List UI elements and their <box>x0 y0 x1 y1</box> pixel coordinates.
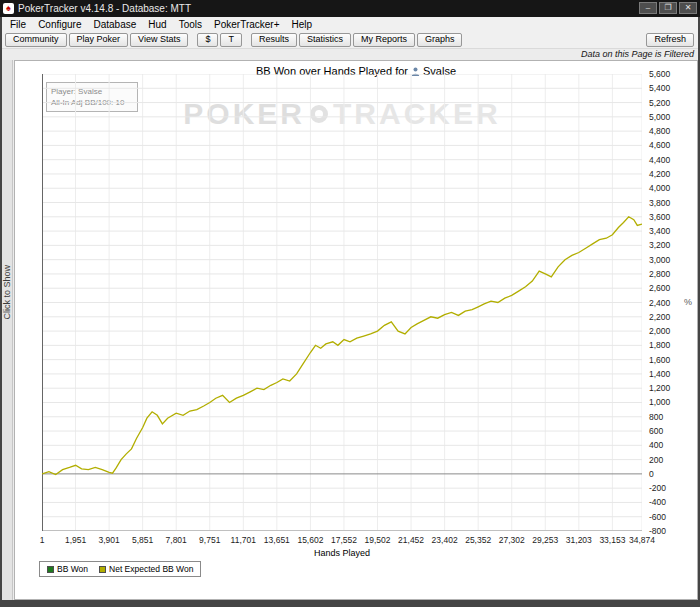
menu-item[interactable]: Tools <box>173 19 208 30</box>
y-tick-label: 4,200 <box>649 170 670 179</box>
toolbar-view-button[interactable]: Graphs <box>417 33 463 47</box>
y-tick-label: 2,000 <box>649 327 670 336</box>
y-tick-label: -600 <box>649 513 666 522</box>
y-tick-label: 5,200 <box>649 99 670 108</box>
pokertracker-window: ♠ PokerTracker v4.14.8 - Database: MTT –… <box>0 0 700 607</box>
y-tick-label: 3,400 <box>649 227 670 236</box>
chart-legend: BB Won Net Expected BB Won <box>39 561 201 577</box>
filter-notice: Data on this Page is Filtered <box>581 49 694 59</box>
legend-item-net-expected: Net Expected BB Won <box>99 564 193 574</box>
y-tick-label: 3,000 <box>649 256 670 265</box>
menu-item[interactable]: PokerTracker+ <box>208 19 285 30</box>
x-axis-labels: 11,9513,9015,8517,8019,75111,70113,65115… <box>42 535 642 545</box>
menu-item[interactable]: Help <box>286 19 319 30</box>
y-tick-label: 5,000 <box>649 113 670 122</box>
menu-item[interactable]: Database <box>87 19 142 30</box>
y-tick-label: 1,800 <box>649 341 670 350</box>
y-tick-label: 200 <box>649 456 663 465</box>
y-tick-label: 2,200 <box>649 313 670 322</box>
y-tick-label: 2,800 <box>649 270 670 279</box>
app-icon: ♠ <box>3 3 14 14</box>
toolbar-button[interactable]: Play Poker <box>69 33 129 47</box>
menu-item[interactable]: Hud <box>142 19 172 30</box>
y-tick-label: 1,200 <box>649 384 670 393</box>
legend-label-bb-won: BB Won <box>57 564 88 574</box>
toolbar-group-main: CommunityPlay PokerView Stats <box>5 33 188 47</box>
menu-item[interactable]: File <box>4 19 32 30</box>
toolbar-view-button[interactable]: My Reports <box>353 33 415 47</box>
y-tick-label: -400 <box>649 498 666 507</box>
legend-item-bb-won: BB Won <box>47 564 88 574</box>
y-tick-label: 2,400 <box>649 299 670 308</box>
y-tick-label: 1,400 <box>649 370 670 379</box>
left-panel-collapse-handle[interactable]: Click to Show <box>2 60 13 600</box>
toolbar-group-filters: $T <box>197 33 242 47</box>
toolbar-button[interactable]: Community <box>5 33 67 47</box>
toolbar-toggle-button[interactable]: T <box>220 33 242 47</box>
y-tick-label: 800 <box>649 413 663 422</box>
window-title: PokerTracker v4.14.8 - Database: MTT <box>18 3 191 14</box>
legend-label-net-expected: Net Expected BB Won <box>109 564 193 574</box>
legend-swatch-bb-won <box>47 566 54 573</box>
y-axis-unit-label: % <box>684 297 692 307</box>
refresh-button[interactable]: Refresh <box>646 33 694 47</box>
x-axis-title: Hands Played <box>42 548 642 558</box>
menu-bar: FileConfigureDatabaseHudToolsPokerTracke… <box>2 17 698 31</box>
maximize-button[interactable]: ❐ <box>659 2 677 14</box>
y-tick-label: 0 <box>649 470 654 479</box>
y-tick-label: 4,000 <box>649 184 670 193</box>
toolbar: CommunityPlay PokerView Stats $T Results… <box>2 31 698 49</box>
legend-swatch-net-expected <box>99 566 106 573</box>
toolbar-view-button[interactable]: Results <box>251 33 297 47</box>
y-tick-label: -200 <box>649 484 666 493</box>
y-tick-label: 4,800 <box>649 127 670 136</box>
y-tick-label: 600 <box>649 427 663 436</box>
line-chart <box>42 74 642 531</box>
y-tick-label: 400 <box>649 441 663 450</box>
y-tick-label: 3,800 <box>649 199 670 208</box>
filter-notice-bar: Data on this Page is Filtered <box>2 49 698 60</box>
minimize-button[interactable]: – <box>639 2 657 14</box>
y-tick-label: 1,600 <box>649 356 670 365</box>
y-tick-label: 4,600 <box>649 141 670 150</box>
menu-item[interactable]: Configure <box>32 19 87 30</box>
y-tick-label: 3,600 <box>649 213 670 222</box>
toolbar-view-button[interactable]: Statistics <box>299 33 351 47</box>
chart-panel: BB Won over Hands Played for Svalse Play… <box>14 60 698 600</box>
title-bar[interactable]: ♠ PokerTracker v4.14.8 - Database: MTT –… <box>0 0 700 17</box>
close-button[interactable]: ✕ <box>679 2 697 14</box>
y-tick-label: 2,600 <box>649 284 670 293</box>
y-tick-label: 5,600 <box>649 70 670 79</box>
y-tick-label: 1,000 <box>649 398 670 407</box>
content-area: Click to Show BB Won over Hands Played f… <box>2 60 698 600</box>
y-tick-label: 4,400 <box>649 156 670 165</box>
collapse-handle-label: Click to Show <box>2 265 12 320</box>
y-tick-label: 5,400 <box>649 84 670 93</box>
toolbar-button[interactable]: View Stats <box>130 33 188 47</box>
toolbar-group-views: ResultsStatisticsMy ReportsGraphs <box>251 33 463 47</box>
y-tick-label: 3,200 <box>649 241 670 250</box>
x-tick-label: 34,874 <box>620 535 664 545</box>
toolbar-toggle-button[interactable]: $ <box>197 33 218 47</box>
window-controls: – ❐ ✕ <box>639 2 697 14</box>
